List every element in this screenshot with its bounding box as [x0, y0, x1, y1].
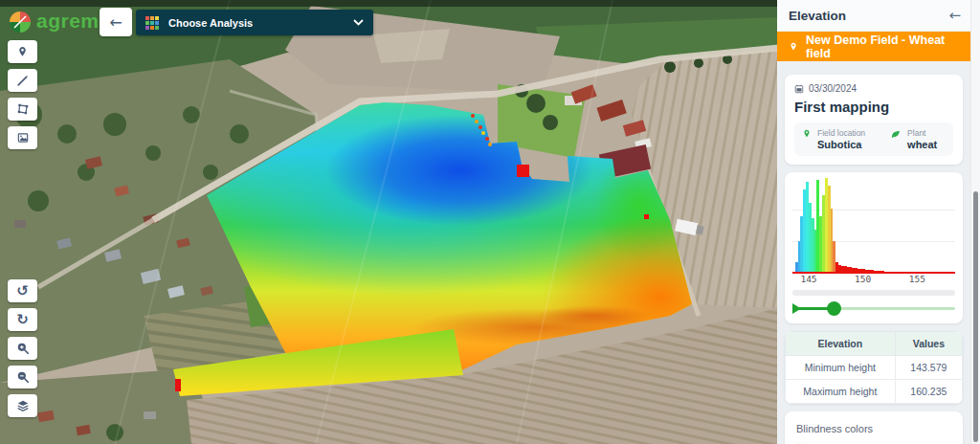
table-header-elevation: Elevation [786, 332, 896, 356]
choose-analysis-label: Choose Analysis [168, 17, 344, 29]
red-marker-strip [175, 379, 181, 391]
min-height-label: Minimum height [786, 356, 896, 380]
plant-leaf-icon [890, 128, 902, 140]
x-tick-145: 145 [800, 274, 816, 284]
x-tick-150: 150 [855, 274, 871, 284]
plant-label: Plant [907, 128, 937, 138]
agremo-leaf-icon [8, 9, 33, 33]
elevation-panel: Elevation ← New Demo Field - Wheat field… [777, 0, 970, 444]
panel-back-button[interactable]: ← [948, 7, 961, 24]
undo-button[interactable]: ↺ [8, 279, 37, 302]
chevron-down-icon [353, 19, 364, 26]
table-row: Minimum height 143.579 [786, 356, 963, 380]
map-viewport[interactable]: agremo™ ← Choose Analysis ↺ ↻ [0, 0, 779, 444]
scrollbar-thumb[interactable] [973, 191, 978, 442]
mapping-card: 03/30/2024 First mapping Field location … [785, 75, 963, 165]
field-banner-label: New Demo Field - Wheat field [806, 33, 959, 60]
slider-rest-segment [834, 307, 956, 310]
max-height-value: 160.235 [895, 380, 962, 404]
table-row: Maximum height 160.235 [786, 380, 963, 404]
histogram-bars [792, 178, 955, 274]
measure-line-tool-button[interactable] [8, 69, 37, 92]
mapping-title: First mapping [794, 99, 953, 115]
slider-knob[interactable] [827, 301, 841, 316]
back-button[interactable]: ← [100, 8, 132, 36]
field-location-pin-icon [802, 128, 812, 140]
x-tick-155: 155 [909, 274, 925, 284]
panel-header: Elevation ← [777, 0, 970, 32]
zoom-out-button[interactable] [8, 366, 37, 388]
histogram-x-axis: 145 150 155 [792, 274, 955, 286]
map-canvas[interactable] [0, 0, 779, 444]
marker-tool-button[interactable] [8, 40, 37, 63]
layers-button[interactable] [8, 394, 37, 417]
plant-value: wheat [907, 139, 937, 150]
mapping-date: 03/30/2024 [809, 83, 857, 94]
blindness-colors-label: Blindness colors [796, 423, 951, 434]
elevation-table-card: Elevation Values Minimum height 143.579 … [785, 331, 963, 404]
choose-analysis-dropdown[interactable]: Choose Analysis [136, 10, 373, 35]
blindness-colors-card: Blindness colors [785, 411, 963, 444]
zoom-in-button[interactable] [8, 337, 37, 360]
panel-title: Elevation [789, 9, 846, 23]
mapping-info-row: Field location Subotica Plant wheat [794, 122, 953, 156]
calendar-icon [794, 84, 804, 94]
draw-polygon-tool-button[interactable] [8, 98, 37, 121]
table-header-values: Values [895, 332, 962, 356]
field-location-label: Field location [817, 128, 865, 138]
max-height-label: Maximum height [786, 380, 896, 404]
red-marker-field [517, 165, 529, 177]
elevation-values-table: Elevation Values Minimum height 143.579 … [785, 331, 963, 404]
range-track [792, 290, 955, 296]
image-overlay-tool-button[interactable] [8, 126, 37, 149]
window-scrollbar[interactable] [970, 0, 980, 444]
field-banner[interactable]: New Demo Field - Wheat field [777, 32, 970, 61]
location-pin-icon [789, 40, 798, 54]
elevation-histogram [792, 178, 955, 274]
analysis-grid-icon [145, 16, 159, 30]
elevation-range-slider[interactable] [792, 300, 955, 316]
histogram-card: 145 150 155 [785, 172, 963, 323]
redo-button[interactable]: ↻ [8, 308, 37, 331]
field-location-value: Subotica [817, 139, 865, 150]
min-height-value: 143.579 [895, 356, 962, 380]
